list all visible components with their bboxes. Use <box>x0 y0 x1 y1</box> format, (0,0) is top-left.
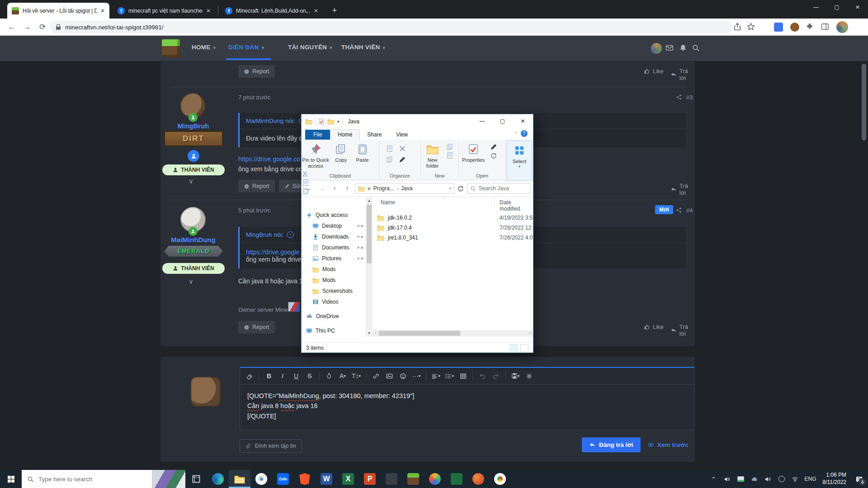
sidebar-item-quick-access[interactable]: Quick access <box>302 210 366 220</box>
tab-share[interactable]: Share <box>360 130 389 140</box>
file-row[interactable]: jre1.8.0_341 <box>377 233 418 243</box>
taskbar-search[interactable] <box>22 470 185 488</box>
share-icon[interactable] <box>733 23 742 32</box>
tab-home[interactable]: Home <box>330 129 360 140</box>
redo-icon[interactable] <box>490 371 502 381</box>
paste-button[interactable]: Paste <box>353 141 373 163</box>
bell-icon[interactable] <box>679 44 687 52</box>
reply-button[interactable]: Trả lời <box>670 183 695 196</box>
profile-avatar[interactable] <box>836 21 848 33</box>
toolbar-customize-icon[interactable]: ▾ <box>337 119 340 124</box>
breadcrumb-program-files[interactable]: Progra... <box>373 185 394 192</box>
file-explorer-taskbar-icon[interactable] <box>229 470 250 488</box>
notification-center-icon[interactable]: 4 <box>850 470 868 488</box>
post-timestamp[interactable]: 7 phút trước <box>238 94 270 101</box>
browser-tab-2[interactable]: f minecraft pc việt nam tlauncher - ✕ <box>113 3 215 19</box>
reply-editor[interactable]: B I U S A▾ T↕▾ ···▾ ▾ ▾ <box>240 367 695 430</box>
minecraft-grass-block-icon[interactable] <box>402 470 424 488</box>
back-icon[interactable]: ← <box>6 22 17 33</box>
post-number[interactable]: #4 <box>686 207 693 214</box>
text-color-icon[interactable] <box>323 371 335 381</box>
list-icon[interactable]: ▾ <box>443 371 455 381</box>
forward-icon[interactable]: → <box>22 22 33 33</box>
scroll-left-icon[interactable]: ‹ <box>373 330 379 337</box>
reply-button[interactable]: Trả lời <box>670 68 695 81</box>
brave-icon[interactable] <box>294 470 316 488</box>
sidebar-item-onedrive[interactable]: OneDrive <box>302 311 366 321</box>
start-button[interactable] <box>0 470 22 488</box>
tray-chevron-up-icon[interactable]: ⌃ <box>707 470 721 488</box>
copy-button[interactable]: Copy <box>331 141 351 163</box>
preview-button[interactable]: Xem trước <box>647 441 689 448</box>
reload-icon[interactable]: ⟳ <box>37 22 48 33</box>
table-icon[interactable] <box>457 371 469 381</box>
thumbnails-view-icon[interactable] <box>520 344 528 352</box>
task-view-icon[interactable] <box>185 470 207 488</box>
nav-home[interactable]: HOME▾ <box>192 44 216 51</box>
column-header-name[interactable]: Name <box>381 199 395 206</box>
tab-file[interactable]: File <box>305 130 330 140</box>
details-view-icon[interactable] <box>509 344 518 352</box>
page-scrollbar[interactable] <box>862 62 866 468</box>
report-button[interactable]: Report <box>238 321 275 333</box>
search-highlight-graphic[interactable] <box>152 470 185 488</box>
more-options-icon[interactable]: ···▾ <box>410 371 422 381</box>
extensions-puzzle-icon[interactable] <box>806 23 815 32</box>
edge-icon[interactable] <box>207 470 229 488</box>
post-author[interactable]: MingBruh <box>165 122 222 130</box>
scrollbar-thumb[interactable] <box>379 331 460 336</box>
properties-button[interactable]: Properties <box>459 141 488 163</box>
volume-icon[interactable] <box>721 470 734 488</box>
translate-extension-icon[interactable] <box>774 23 783 32</box>
search-box[interactable] <box>467 183 530 194</box>
sidebar-item-screenshots[interactable]: Screenshots <box>302 286 366 296</box>
side-panel-icon[interactable] <box>821 23 830 32</box>
explorer-titlebar[interactable]: ▾ Java — ▢ ✕ <box>302 114 533 129</box>
strikethrough-icon[interactable]: S <box>304 371 316 381</box>
mail-icon[interactable] <box>665 44 674 52</box>
select-button[interactable]: Select ▾ <box>507 143 532 169</box>
breadcrumb-java[interactable]: Java <box>401 185 412 192</box>
reply-button[interactable]: Trả lời <box>670 324 695 337</box>
wifi-icon[interactable] <box>788 470 802 488</box>
chevron-down-icon[interactable]: ∨ <box>189 177 193 185</box>
like-button[interactable]: Like <box>643 68 664 75</box>
sidebar-item-mods-1[interactable]: Mods <box>302 264 366 274</box>
file-row[interactable]: jdk-17.0.4 <box>377 223 412 233</box>
signature-image[interactable] <box>288 302 300 312</box>
forward-icon[interactable]: → <box>317 185 327 192</box>
language-indicator[interactable]: ENG <box>802 470 819 488</box>
horizontal-scrollbar[interactable]: ‹ › <box>373 330 533 337</box>
chrome-icon[interactable] <box>250 470 272 488</box>
insert-image-icon[interactable] <box>383 371 395 381</box>
drive-link[interactable]: https://drive.google.co <box>238 155 300 163</box>
editor-content[interactable]: [QUOTE="MaiMinhDung, post: 304180, membe… <box>240 385 694 427</box>
onedrive-tray-icon[interactable] <box>748 470 761 488</box>
smilies-icon[interactable] <box>397 371 409 381</box>
share-post-icon[interactable] <box>676 94 682 100</box>
rename-icon[interactable] <box>398 156 406 163</box>
quick-access-check-icon[interactable] <box>318 118 325 125</box>
scrollbar-thumb[interactable] <box>367 205 372 263</box>
colored-app-icon[interactable] <box>424 470 446 488</box>
insert-link-icon[interactable] <box>370 371 382 381</box>
taskbar-clock[interactable]: 1:06 PM 8/11/2022 <box>819 472 850 486</box>
underline-icon[interactable]: U <box>290 371 302 381</box>
editor-settings-icon[interactable] <box>523 371 535 381</box>
pin-to-quick-access-button[interactable]: Pin to Quick access <box>302 141 330 169</box>
zalo-icon[interactable]: Zalo <box>272 470 294 488</box>
browser-tab-1[interactable]: Hỏi về server - Lỗi tải spigot | Diễ ✕ <box>7 3 109 19</box>
taskbar-search-input[interactable] <box>38 476 129 483</box>
up-icon[interactable]: ↑ <box>342 185 352 192</box>
refresh-icon[interactable] <box>457 185 464 192</box>
nav-thanh-vien[interactable]: THÀNH VIÊN▾ <box>341 44 385 51</box>
explorer-search-input[interactable] <box>479 185 524 192</box>
tab-close-icon[interactable]: ✕ <box>206 8 211 14</box>
delete-icon[interactable] <box>398 145 406 152</box>
dark-app-icon[interactable] <box>381 470 402 488</box>
tab-close-icon[interactable]: ✕ <box>314 8 318 14</box>
extension-dot-icon[interactable] <box>790 23 799 32</box>
red-app-icon[interactable] <box>467 470 489 488</box>
tray-app-icon[interactable] <box>734 470 748 488</box>
post-timestamp[interactable]: 5 phút trước <box>238 207 270 214</box>
